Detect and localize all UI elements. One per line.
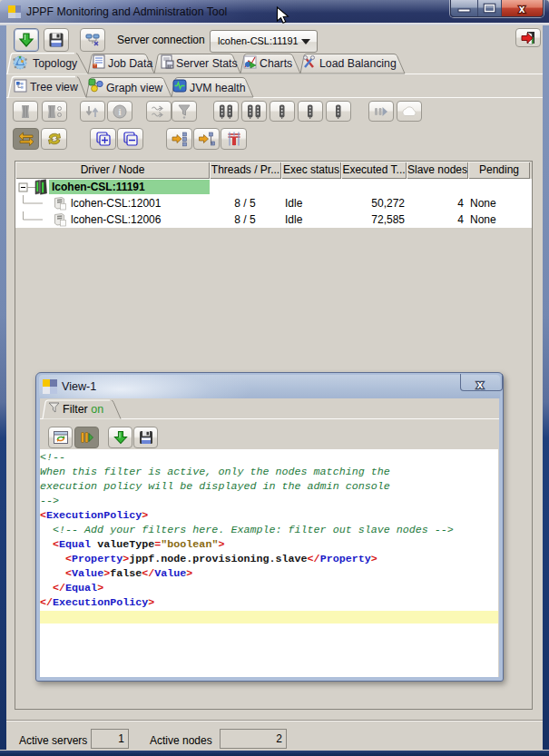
- svg-text:Server Stats: Server Stats: [176, 57, 238, 70]
- svg-text:Graph view: Graph view: [106, 82, 162, 94]
- svg-text:i: i: [118, 106, 121, 117]
- svg-text:x: x: [477, 378, 484, 391]
- svg-text:JVM health: JVM health: [190, 82, 246, 94]
- svg-text:Load Balancing: Load Balancing: [319, 57, 397, 70]
- svg-text:Charts: Charts: [260, 57, 292, 70]
- svg-text:x: x: [519, 3, 525, 15]
- svg-text:Filter on: Filter on: [63, 403, 103, 416]
- svg-text:Job Data: Job Data: [108, 57, 152, 70]
- svg-text:Topology: Topology: [33, 57, 78, 70]
- svg-text:Tree view: Tree view: [30, 81, 78, 93]
